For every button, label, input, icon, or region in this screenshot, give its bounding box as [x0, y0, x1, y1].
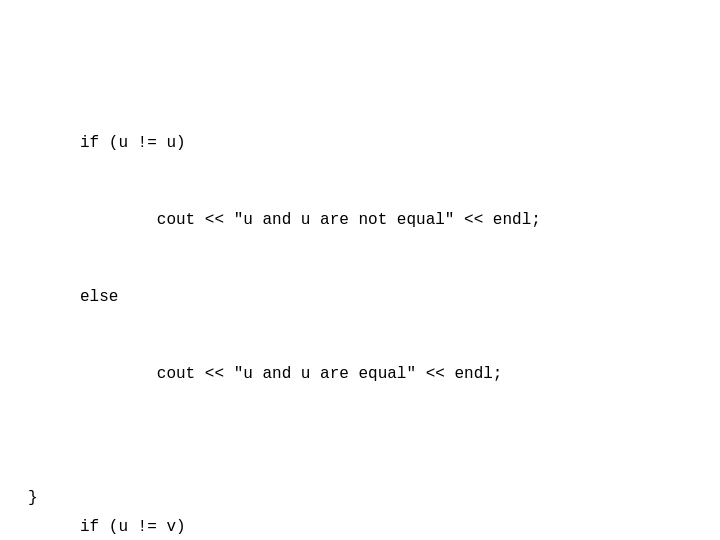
- code-line-4: cout << "u and u are equal" << endl;: [80, 362, 541, 388]
- code-block: if (u != u) cout << "u and u are not equ…: [0, 0, 601, 540]
- code-line-5: if (u != v): [80, 515, 541, 540]
- code-line-3: else: [80, 285, 541, 311]
- code-line-2: cout << "u and u are not equal" << endl;: [80, 208, 541, 234]
- empty-line-1: [80, 438, 541, 464]
- code-line-1: if (u != u): [80, 131, 541, 157]
- closing-brace: }: [28, 486, 38, 512]
